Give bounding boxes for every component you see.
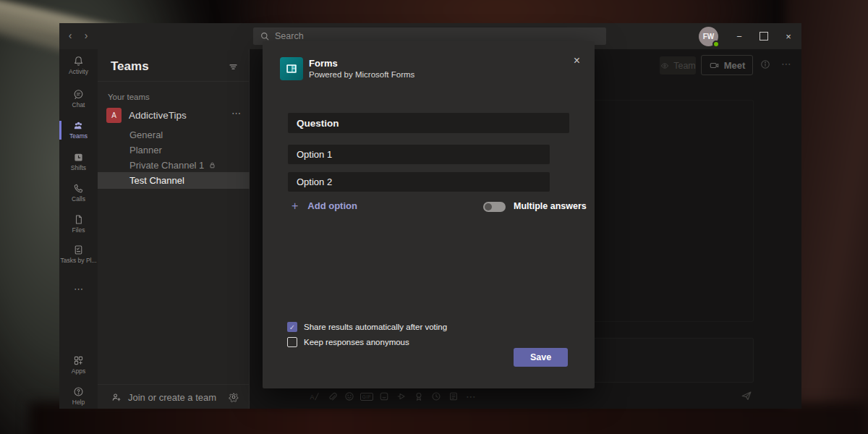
save-button[interactable]: Save [514,348,568,367]
add-option-label: Add option [307,200,357,211]
add-option-button[interactable]: + Add option [292,200,357,211]
teams-panel: Teams Your teams A AddictiveTips ⋯ Gener… [98,49,250,409]
forward-icon[interactable]: › [80,30,93,41]
filter-icon[interactable] [228,61,239,72]
option-1-input[interactable] [288,145,550,164]
sidebar-item-activity[interactable]: Activity [59,55,98,75]
help-icon [59,386,98,398]
channel-label: Private Channel 1 [129,160,204,171]
team-avatar: A [106,108,122,123]
rail-label: Shifts [59,164,98,171]
presence-available-icon [712,41,720,48]
forms-logo-icon [280,57,303,80]
anonymous-checkbox-row[interactable]: Keep responses anonymous [287,337,409,347]
multiple-answers-label: Multiple answers [514,201,587,211]
share-results-checkbox-row[interactable]: ✓ Share results automatically after voti… [287,322,447,332]
channel-private-channel-1[interactable]: Private Channel 1 [98,158,250,174]
team-more-icon[interactable]: ⋯ [231,108,241,119]
chat-icon [59,88,98,101]
divider [98,81,250,82]
channel-test-channel[interactable]: Test Channel [98,172,250,189]
option-2-input[interactable] [288,172,550,192]
multiple-answers-toggle[interactable] [483,202,506,212]
question-input[interactable] [288,113,569,133]
gear-icon[interactable] [228,391,239,403]
apps-icon [59,354,98,367]
rail-label: Help [59,399,98,406]
minimize-button[interactable]: − [728,23,751,49]
more-icon: ⋯ [74,284,83,294]
dialog-title: Forms [309,58,338,69]
your-teams-label: Your teams [108,93,150,101]
channel-label: Test Channel [129,175,184,186]
share-results-label: Share results automatically after voting [304,323,447,331]
dialog-subtitle: Powered by Microsoft Forms [309,70,414,79]
file-icon [59,213,98,226]
maximize-button[interactable] [752,23,775,49]
rail-label: Activity [59,68,98,75]
search-icon [260,31,270,41]
sidebar-item-teams[interactable]: Teams [59,119,98,140]
sidebar-item-shifts[interactable]: Shifts [59,151,98,171]
rail-label: Calls [59,195,98,203]
lock-icon [208,161,216,169]
sidebar-item-files[interactable]: Files [59,213,98,234]
sidebar-item-tasks[interactable]: Tasks by Pl... [59,244,98,264]
checkbox-checked-icon[interactable]: ✓ [287,322,297,332]
rail-label: Apps [59,367,98,375]
sidebar-item-apps[interactable]: Apps [59,354,98,375]
phone-icon [59,182,98,195]
checkbox-unchecked-icon[interactable] [287,337,297,347]
team-name: AddictiveTips [129,110,187,121]
more-apps-button[interactable]: ⋯ [59,282,98,295]
sidebar-item-calls[interactable]: Calls [59,182,98,203]
join-or-create-team-button[interactable]: Join or create a team [98,384,250,409]
maximize-icon [760,32,768,41]
forms-dialog: Forms Powered by Microsoft Forms × + Add… [263,41,595,388]
tasks-icon [59,244,98,256]
shifts-icon [59,151,98,163]
rail-label: Files [59,226,98,234]
close-window-button[interactable]: × [777,23,800,49]
plus-icon: + [292,201,298,211]
desktop: ‹ › Search FW − × Activity [0,0,868,434]
anonymous-label: Keep responses anonymous [304,338,409,346]
sidebar-item-chat[interactable]: Chat [59,88,98,109]
panel-title: Teams [111,59,149,74]
team-addictivetips[interactable]: A AddictiveTips ⋯ [98,106,250,126]
dialog-close-icon[interactable]: × [574,54,580,67]
rail-label: Teams [59,132,98,140]
teams-people-icon [59,119,98,132]
rail-label: Tasks by Pl... [59,257,98,264]
channel-label: General [129,129,163,140]
channel-general[interactable]: General [98,127,250,143]
toggle-knob [485,203,492,210]
avatar[interactable]: FW [699,27,718,46]
back-icon[interactable]: ‹ [64,30,77,41]
rail-label: Chat [59,101,98,109]
bell-icon [59,55,98,67]
channel-planner[interactable]: Planner [98,142,250,158]
sidebar-item-help[interactable]: Help [59,386,98,406]
search-placeholder: Search [275,31,304,41]
avatar-initials: FW [703,33,715,41]
save-label: Save [530,352,551,362]
channel-label: Planner [129,145,162,156]
join-label: Join or create a team [128,392,216,403]
person-add-icon [111,391,122,403]
app-rail: Activity Chat Teams Shifts Calls Files [59,49,98,409]
